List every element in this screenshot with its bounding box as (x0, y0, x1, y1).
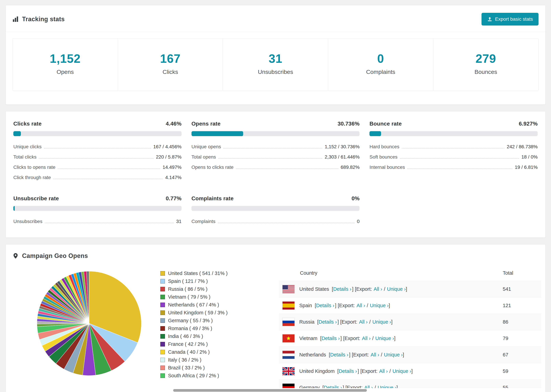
geo-content: United States ( 541 / 31% ) Spain ( 121 … (13, 265, 541, 388)
export-label: Export: (339, 303, 355, 308)
export-icon (487, 17, 492, 22)
bracket-close: ] (394, 336, 396, 341)
flag-vn-icon (283, 334, 295, 343)
metric-label: Unique clicks (13, 144, 42, 149)
tracking-stats-panel: Tracking stats Export basic stats 1,152 … (6, 5, 545, 105)
legend-label: Germany ( 55 / 3% ) (168, 318, 213, 323)
metric-value: 167 / 4.456% (153, 144, 182, 149)
legend-swatch (160, 279, 165, 284)
export-all-link[interactable]: All › (364, 385, 373, 388)
legend-item: Romania ( 49 / 3% ) (160, 324, 228, 332)
export-basic-stats-button[interactable]: Export basic stats (481, 13, 538, 26)
legend-label: United States ( 541 / 31% ) (168, 271, 228, 276)
stat-value: 0 (377, 52, 384, 65)
table-row: United States [Details ›] [Export:All ›/… (279, 281, 541, 297)
horizontal-scrollbar[interactable] (173, 389, 367, 392)
table-row: Vietnam [Details ›] [Export:All ›/Unique… (279, 330, 541, 347)
metric-value: 689.82% (341, 165, 360, 170)
table-row: Germany [Details ›] [Export:All ›/Unique… (279, 379, 541, 388)
legend-item: Brazil ( 33 / 2% ) (160, 364, 228, 372)
metric-label: Unsubscribes (13, 219, 42, 224)
export-unique-link[interactable]: Unique › (387, 286, 406, 292)
rates-panel: Clicks rate 4.46% Unique clicks 167 / 4.… (6, 111, 545, 238)
legend-swatch (160, 373, 165, 378)
export-unique-link[interactable]: Unique › (372, 319, 391, 325)
stat-value: 279 (475, 52, 496, 65)
table-row: Russia [Details ›] [Export:All ›/Unique … (279, 314, 541, 330)
country-total: 55 (503, 385, 541, 388)
rate-title: Opens rate (191, 120, 221, 127)
legend-label: Romania ( 49 / 3% ) (168, 326, 212, 331)
details-link[interactable]: Details › (330, 352, 348, 358)
export-unique-link[interactable]: Unique › (378, 385, 396, 388)
legend-item: United States ( 541 / 31% ) (160, 269, 228, 277)
table-header-row: Country Total (279, 265, 541, 281)
bracket-close-open: ] [ (338, 319, 342, 325)
details-link[interactable]: Details › (333, 286, 351, 292)
legend-swatch (160, 334, 165, 339)
export-all-link[interactable]: All › (357, 303, 365, 308)
geo-panel-title: Campaign Geo Opens (13, 252, 541, 259)
metric-value: 14.497% (162, 165, 182, 170)
legend-label: India ( 46 / 3% ) (168, 334, 203, 339)
metric-label: Internal bounces (369, 165, 405, 170)
details-link[interactable]: Details › (319, 319, 337, 325)
bracket-close: ] (389, 303, 390, 308)
metric-value: 31 (176, 219, 182, 224)
dotted-leader (223, 148, 322, 148)
country-name: Vietnam (299, 336, 318, 341)
export-unique-link[interactable]: Unique › (370, 303, 389, 308)
country-name: United Kingdom (299, 368, 335, 374)
legend-swatch (160, 318, 165, 323)
bracket-open: [ (322, 385, 324, 388)
export-all-link[interactable]: All › (374, 286, 382, 292)
stat-value: 167 (160, 52, 181, 65)
stat-cell: 0 Complaints (328, 38, 433, 91)
stat-label: Bounces (474, 69, 497, 75)
export-all-link[interactable]: All › (379, 368, 388, 374)
bracket-close: ] (391, 319, 393, 325)
bar-chart-icon (13, 16, 19, 22)
flag-nl-icon (283, 351, 295, 359)
progress-bar (13, 206, 182, 211)
details-link[interactable]: Details › (322, 336, 340, 341)
rate-value: 30.736% (338, 120, 360, 127)
export-label: Export: (362, 368, 377, 374)
metric-value: 242 / 86.738% (507, 144, 538, 149)
bracket-close: ] (406, 286, 407, 292)
export-label: Export: (353, 352, 369, 358)
country-name: United States (299, 286, 329, 292)
export-label: Export: (342, 319, 357, 325)
details-link[interactable]: Details › (324, 385, 342, 388)
export-unique-link[interactable]: Unique › (375, 336, 394, 341)
total-column-header: Total (503, 270, 541, 276)
export-unique-link[interactable]: Unique › (393, 368, 411, 374)
dotted-leader (45, 223, 174, 223)
rate-title: Complaints rate (191, 195, 233, 202)
country-total: 86 (503, 319, 541, 325)
legend-swatch (160, 358, 165, 362)
legend-item: Spain ( 121 / 7% ) (160, 277, 228, 285)
progress-bar (191, 131, 360, 136)
metric-label: Unique opens (191, 144, 221, 149)
dotted-leader (58, 168, 160, 169)
export-all-link[interactable]: All › (362, 336, 370, 341)
country-name: Netherlands (299, 352, 326, 358)
metric-row: Clicks to opens rate 14.497% (13, 162, 182, 172)
bracket-close-open: ] [ (343, 385, 347, 388)
table-row: Spain [Details ›] [Export:All ›/Unique ›… (279, 297, 541, 314)
slash-separator: / (367, 303, 368, 308)
rate-value: 0% (352, 195, 360, 202)
metric-row: Unsubscribes 31 (13, 216, 182, 227)
export-all-link[interactable]: All › (359, 319, 367, 325)
export-unique-link[interactable]: Unique › (384, 352, 403, 358)
details-link[interactable]: Details › (339, 368, 357, 374)
bracket-open: [ (329, 352, 330, 358)
bracket-close-open: ] [ (352, 286, 356, 292)
export-all-link[interactable]: All › (371, 352, 379, 358)
details-link[interactable]: Details › (316, 303, 334, 308)
progress-bar-fill (13, 131, 21, 136)
bracket-close-open: ] [ (358, 368, 362, 374)
export-label: Export: (345, 336, 360, 341)
bracket-open: [ (317, 319, 319, 325)
